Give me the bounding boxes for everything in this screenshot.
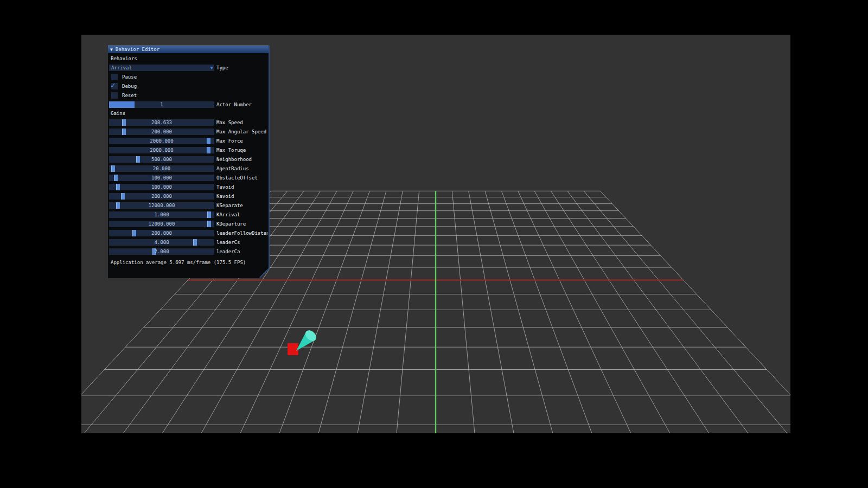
- slider-value: 100.000: [109, 175, 214, 181]
- slider-row: 4.000leaderCs: [109, 239, 267, 246]
- actor-number-slider[interactable]: 1: [109, 101, 214, 108]
- slider-label: Max Speed: [216, 120, 243, 125]
- agent-cube: [288, 343, 298, 355]
- grid-line: [485, 191, 585, 433]
- slider-row: 100.000ObstacleOffset: [109, 175, 267, 181]
- slider-max-force[interactable]: 2000.000: [109, 138, 214, 144]
- slider-value: 200.000: [109, 129, 214, 135]
- slider-value: 1.000: [109, 211, 214, 218]
- slider-label: Neighborhood: [216, 157, 252, 162]
- slider-row: 2.000leaderCa: [109, 248, 267, 255]
- slider-karrival[interactable]: 1.000: [109, 211, 214, 218]
- slider-value: 2.000: [109, 248, 214, 255]
- type-label: Type: [216, 65, 228, 70]
- slider-kseparate[interactable]: 12000.000: [109, 202, 214, 209]
- actor-number-label: Actor Number: [216, 102, 252, 107]
- slider-max-angular-speed[interactable]: 200.000: [109, 129, 214, 135]
- slider-value: 4.000: [109, 239, 214, 246]
- behavior-editor-panel: ▼ Behavior Editor Behaviors Arrival ▼ Ty…: [108, 46, 270, 278]
- slider-row: 200.000leaderFollowDistance: [109, 230, 267, 236]
- slider-tavoid[interactable]: 100.000: [109, 184, 214, 190]
- slider-row: 12000.000KDeparture: [109, 221, 267, 227]
- slider-label: Kavoid: [216, 194, 234, 199]
- section-gains: Gains: [111, 111, 267, 117]
- slider-value: 2000.000: [109, 138, 214, 144]
- slider-label: Max Toruqe: [216, 147, 246, 153]
- slider-obstacleoffset[interactable]: 100.000: [109, 175, 214, 181]
- slider-label: leaderFollowDistance: [216, 230, 267, 236]
- actor-number-value: 1: [109, 101, 214, 108]
- app-window: ▼ Behavior Editor Behaviors Arrival ▼ Ty…: [0, 0, 868, 488]
- checkbox-group: Pause✓DebugReset: [109, 74, 267, 99]
- type-row: Arrival ▼ Type: [109, 65, 267, 71]
- grid-line: [502, 191, 636, 433]
- checkbox-reset[interactable]: [111, 92, 118, 99]
- dropdown-arrow-icon[interactable]: ▼: [210, 65, 213, 71]
- slider-row: 200.000Kavoid: [109, 193, 267, 200]
- slider-max-toruqe[interactable]: 2000.000: [109, 147, 214, 153]
- slider-kavoid[interactable]: 200.000: [109, 193, 214, 200]
- section-behaviors: Behaviors: [111, 56, 267, 62]
- slider-label: leaderCa: [216, 249, 240, 254]
- slider-agentradius[interactable]: 20.000: [109, 165, 214, 172]
- slider-row: 1.000KArrival: [109, 211, 267, 218]
- grid-line: [336, 191, 403, 433]
- slider-row: 200.000Max Angular Speed: [109, 129, 267, 135]
- slider-label: Tavoid: [216, 184, 234, 190]
- grid-line: [567, 191, 790, 433]
- grid-line: [386, 191, 419, 433]
- actor-number-row: 1 Actor Number: [109, 101, 267, 108]
- check-icon: ✓: [111, 81, 115, 89]
- slider-label: Max Force: [216, 138, 243, 144]
- slider-leaderfollowdistance[interactable]: 200.000: [109, 230, 214, 236]
- slider-label: KSeparate: [216, 203, 243, 208]
- collapse-icon[interactable]: ▼: [110, 46, 113, 53]
- gains-slider-group: 208.633Max Speed200.000Max Angular Speed…: [109, 119, 267, 255]
- slider-row: 2000.000Max Toruqe: [109, 147, 267, 153]
- status-text: Application average 5.697 ms/frame (175.…: [111, 260, 267, 265]
- checkbox-pause[interactable]: [111, 74, 118, 80]
- checkbox-debug[interactable]: ✓: [111, 83, 118, 89]
- slider-kdeparture[interactable]: 12000.000: [109, 221, 214, 227]
- type-dropdown[interactable]: Arrival ▼: [109, 65, 214, 71]
- slider-value: 20.000: [109, 165, 214, 172]
- slider-row: 500.000Neighborhood: [109, 156, 267, 163]
- grid-line: [518, 191, 685, 433]
- slider-value: 2000.000: [109, 147, 214, 153]
- slider-value: 12000.000: [109, 202, 214, 209]
- grid-line: [584, 191, 790, 433]
- type-dropdown-value: Arrival: [111, 65, 132, 71]
- slider-row: 12000.000KSeparate: [109, 202, 267, 209]
- slider-row: 2000.000Max Force: [109, 138, 267, 144]
- checkbox-label: Reset: [122, 93, 137, 98]
- slider-leaderca[interactable]: 2.000: [109, 248, 214, 255]
- checkbox-row: ✓Debug: [111, 83, 267, 89]
- slider-row: 100.000Tavoid: [109, 184, 267, 190]
- grid-line: [452, 191, 486, 433]
- grid-line: [551, 191, 786, 433]
- grid-line: [469, 191, 535, 433]
- checkbox-row: Pause: [111, 74, 267, 80]
- slider-leadercs[interactable]: 4.000: [109, 239, 214, 246]
- slider-label: AgentRadius: [216, 166, 249, 171]
- slider-value: 500.000: [109, 156, 214, 163]
- slider-label: KDeparture: [216, 221, 246, 227]
- checkbox-row: Reset: [111, 92, 267, 99]
- checkbox-label: Debug: [122, 84, 137, 89]
- panel-title: Behavior Editor: [116, 46, 159, 53]
- slider-label: ObstacleOffset: [216, 175, 258, 181]
- slider-row: 20.000AgentRadius: [109, 165, 267, 172]
- grid-line: [601, 191, 790, 433]
- panel-titlebar[interactable]: ▼ Behavior Editor: [108, 46, 269, 53]
- grid-line: [286, 191, 386, 433]
- checkbox-label: Pause: [122, 74, 137, 80]
- slider-max-speed[interactable]: 208.633: [109, 119, 214, 126]
- slider-neighborhood[interactable]: 500.000: [109, 156, 214, 163]
- slider-value: 200.000: [109, 230, 214, 236]
- grid-line: [534, 191, 735, 433]
- slider-label: leaderCs: [216, 240, 240, 245]
- slider-value: 208.633: [109, 119, 214, 126]
- slider-label: KArrival: [216, 212, 240, 217]
- slider-value: 200.000: [109, 193, 214, 200]
- slider-value: 12000.000: [109, 221, 214, 227]
